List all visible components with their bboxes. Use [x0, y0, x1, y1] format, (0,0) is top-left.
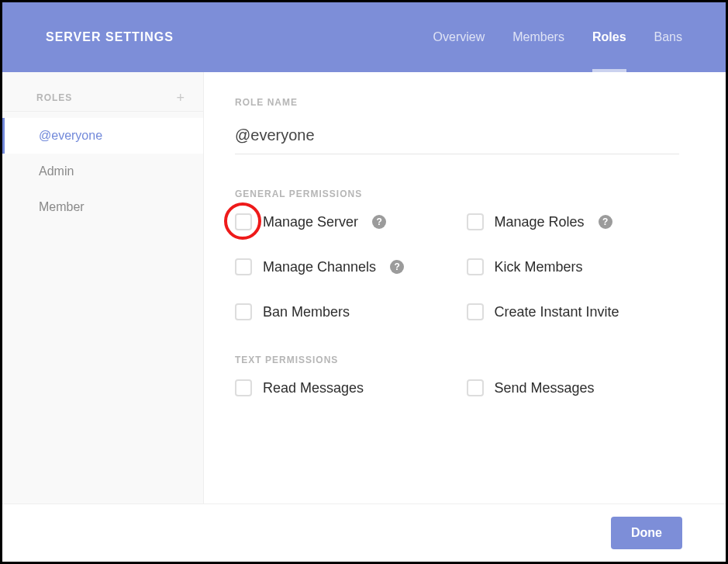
permission-checkbox[interactable] [235, 303, 252, 320]
permission-label: Create Instant Invite [495, 304, 619, 320]
sidebar-role-item[interactable]: @everyone [2, 118, 203, 154]
role-name-input[interactable] [235, 122, 679, 154]
help-icon[interactable]: ? [372, 215, 386, 229]
done-button[interactable]: Done [611, 517, 682, 549]
page-title: SERVER SETTINGS [46, 30, 174, 44]
permission-label: Manage Channels [263, 259, 376, 275]
permission-row: Manage Server? [235, 213, 448, 230]
body: ROLES + @everyoneAdminMember ROLE NAME G… [2, 72, 726, 503]
sidebar: ROLES + @everyoneAdminMember [2, 72, 204, 503]
general-permissions-heading: GENERAL PERMISSIONS [235, 189, 679, 199]
permission-label: Manage Server [263, 214, 358, 230]
permission-checkbox[interactable] [467, 379, 484, 396]
help-icon[interactable]: ? [599, 215, 612, 229]
permission-label: Send Messages [495, 380, 595, 396]
permission-row: Ban Members [235, 303, 448, 320]
add-role-icon[interactable]: + [176, 91, 185, 105]
footer: Done [2, 503, 726, 562]
permission-label: Ban Members [263, 304, 350, 320]
permission-row: Kick Members [467, 258, 680, 275]
header-bar: SERVER SETTINGS OverviewMembersRolesBans [2, 2, 726, 72]
tab-roles[interactable]: Roles [592, 2, 626, 72]
permission-checkbox[interactable] [235, 213, 252, 230]
tab-members[interactable]: Members [512, 2, 564, 72]
permission-row: Create Instant Invite [467, 303, 680, 320]
role-name-label: ROLE NAME [235, 97, 679, 108]
permission-row: Manage Channels? [235, 258, 448, 275]
main-panel: ROLE NAME GENERAL PERMISSIONS Manage Ser… [204, 72, 726, 503]
permission-checkbox[interactable] [467, 258, 484, 275]
sidebar-heading: ROLES [36, 92, 72, 103]
permission-checkbox[interactable] [467, 213, 484, 230]
text-permissions-heading: TEXT PERMISSIONS [235, 355, 679, 365]
general-permissions-grid: Manage Server?Manage Roles?Manage Channe… [235, 213, 679, 320]
role-list: @everyoneAdminMember [2, 118, 203, 225]
header-tabs: OverviewMembersRolesBans [433, 2, 682, 72]
tab-overview[interactable]: Overview [433, 2, 485, 72]
permission-row: Manage Roles? [467, 213, 680, 230]
tab-bans[interactable]: Bans [654, 2, 682, 72]
permission-label: Manage Roles [495, 214, 585, 230]
permission-checkbox[interactable] [235, 258, 252, 275]
sidebar-role-item[interactable]: Member [2, 189, 203, 225]
permission-row: Send Messages [467, 379, 680, 396]
text-permissions-grid: Read MessagesSend Messages [235, 379, 679, 396]
sidebar-heading-row: ROLES + [2, 91, 203, 112]
permission-label: Read Messages [263, 380, 364, 396]
permission-checkbox[interactable] [467, 303, 484, 320]
sidebar-role-item[interactable]: Admin [2, 154, 203, 189]
permission-checkbox[interactable] [235, 379, 252, 396]
permission-label: Kick Members [495, 259, 583, 275]
permission-row: Read Messages [235, 379, 448, 396]
help-icon[interactable]: ? [390, 260, 404, 274]
